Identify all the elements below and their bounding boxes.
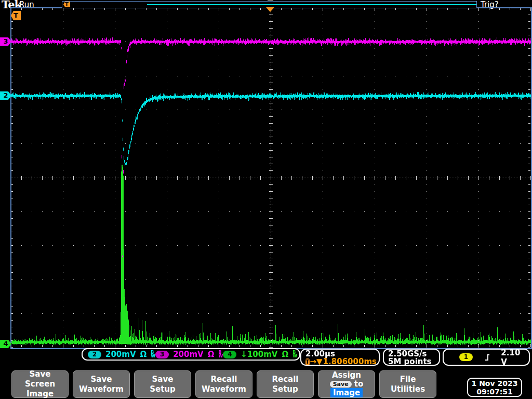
record-trigger-flag-icon[interactable]: T	[63, 2, 70, 7]
channel-3-scale: 200mV	[173, 350, 204, 359]
bw-bottom: W	[292, 354, 297, 358]
delay-arrows-icon: →▼	[310, 358, 323, 366]
oscilloscope-screen: Tek Run Trig? T T 3 2 4 2 200mV Ω BW 3 2…	[0, 0, 532, 399]
delay-value: 1.806000ms	[323, 358, 377, 366]
channel-2-coupling: Ω	[140, 350, 147, 359]
channel-4-coupling: Ω	[282, 350, 288, 359]
bw-bottom: W	[151, 354, 155, 358]
channel-3-badge[interactable]: 3	[155, 351, 169, 358]
channel-3-coupling: Ω	[208, 350, 215, 359]
channel-4-badge[interactable]: 4	[223, 351, 236, 358]
trigger-readout[interactable]: 1 2.10 V	[443, 349, 530, 366]
channel-2-readout[interactable]: 2 200mV Ω BW	[88, 350, 155, 359]
record-length: 5M points	[388, 358, 435, 366]
waveform-display	[0, 0, 532, 399]
horizontal-readout[interactable]: 2.00µs T→▼1.806000ms	[300, 349, 380, 366]
rising-edge-icon	[484, 353, 489, 362]
trigger-chip-icon: T	[305, 358, 310, 365]
channel-2-badge[interactable]: 2	[88, 351, 101, 358]
channel-4-bandwidth-icon: BW	[292, 351, 297, 358]
channel-2-bandwidth-icon: BW	[151, 351, 155, 358]
trigger-position-icon[interactable]	[266, 7, 274, 12]
record-view-waveform	[147, 4, 476, 5]
acquisition-readout[interactable]: 2.50GS/s 5M points	[383, 349, 440, 366]
channel-readouts[interactable]: 2 200mV Ω BW 3 200mV Ω BW 4 ↓100mV Ω BW	[82, 348, 300, 361]
horizontal-delay: T→▼1.806000ms	[305, 358, 375, 366]
channel-3-readout[interactable]: 3 200mV Ω BW	[155, 350, 223, 359]
channel-3-bandwidth-icon: BW	[218, 351, 223, 358]
channel-2-scale: 200mV	[105, 350, 136, 359]
bw-bottom: W	[218, 354, 223, 358]
channel-4-scale: ↓100mV	[241, 350, 277, 359]
trigger-level-value: 2.10 V	[501, 348, 522, 367]
channel-4-readout[interactable]: 4 ↓100mV Ω BW	[223, 350, 297, 359]
trigger-source-badge[interactable]: 1	[459, 353, 473, 361]
